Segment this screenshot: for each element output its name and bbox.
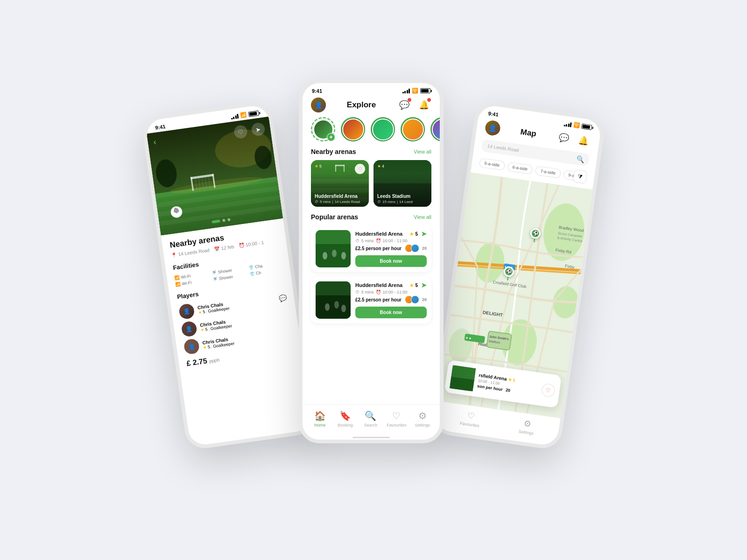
participant-avatar	[411, 295, 419, 304]
shirt-icon: 👕	[248, 265, 254, 270]
star-icon: ★ 5	[508, 377, 516, 383]
time-right: 9:41	[488, 110, 499, 117]
add-story-icon: +	[327, 133, 335, 141]
clock-icon: ⏰	[238, 243, 244, 249]
settings-icon-map: ⚙	[523, 418, 532, 429]
popular-card-content-1: Huddersfield Arena ★ 5 ➤ ⏱ 5 mins ⏰ 10:0…	[355, 230, 427, 267]
explore-title: Explore	[347, 100, 376, 110]
star-icon: ★	[198, 309, 202, 315]
popup-favourite-button[interactable]: ♡	[541, 383, 556, 398]
shirt-icon-2: 👕	[249, 271, 254, 276]
explore-header: 👤 Explore 💬 🔔	[303, 96, 440, 117]
map-pin-1[interactable]: ⚽	[503, 266, 515, 281]
popup-arena-info: rsfield Arena ★ 5 10:00 - 11:00 son per …	[477, 372, 539, 397]
book-now-button-2[interactable]: Book now	[355, 307, 427, 318]
player-info: Chris Chals ★ 5 | Goalkeeper	[202, 336, 235, 350]
map-title: Map	[520, 127, 536, 139]
favorite-icon[interactable]: ♡	[355, 164, 365, 174]
participants: 20	[405, 244, 427, 252]
chip-6aside[interactable]: 6-a-side	[507, 162, 533, 175]
nearby-cards: ♡ Huddersfield Arena ⏱ 5 mins | 14 Leeds…	[303, 160, 440, 213]
distance-icon: ⏱	[315, 200, 318, 204]
user-avatar[interactable]: 👤	[311, 98, 326, 112]
chat-badge	[407, 98, 412, 102]
home-indicator	[303, 437, 440, 440]
home-icon: 🏠	[314, 410, 326, 421]
story-item[interactable]	[401, 117, 425, 141]
bottom-nav: 🏠 Home 🔖 Booking 🔍 Search ♡ Favourites ⚙…	[303, 404, 440, 437]
wifi-icon-2: 📶	[175, 282, 181, 287]
nav-settings[interactable]: ⚙ Settings	[413, 410, 432, 427]
map-pin-2[interactable]: ⚽	[529, 228, 542, 243]
arena-info-1: Huddersfield Arena ⏱ 5 mins | 14 Leeds R…	[315, 194, 365, 204]
status-bar-center: 9:41 🛜	[303, 83, 440, 96]
arena-card-1[interactable]: ♡ Huddersfield Arena ⏱ 5 mins | 14 Leeds…	[311, 160, 369, 207]
story-item[interactable]	[341, 117, 365, 141]
settings-icon: ⚙	[418, 410, 427, 421]
notification-badge	[427, 98, 431, 102]
notification-button-map[interactable]: 🔔	[575, 133, 592, 149]
location-icon: 📍	[171, 252, 177, 258]
story-add[interactable]: +	[311, 117, 335, 141]
search-icon-map: 🔍	[576, 155, 585, 163]
map-nav-settings[interactable]: ⚙ Settings	[518, 418, 536, 436]
distance-icon: ⏱	[355, 290, 359, 294]
chip-5aside[interactable]: 5-a-side	[479, 158, 505, 170]
time-meta: ⏰ 10:00 - 1	[238, 240, 264, 248]
navigate-icon: ➤	[421, 230, 427, 238]
user-avatar-map[interactable]: 👤	[484, 119, 501, 136]
view-all-nearby[interactable]: View all	[414, 149, 431, 154]
chat-button-map[interactable]: 💬	[556, 130, 572, 147]
nearby-section-title: Nearby arenas	[311, 148, 356, 155]
arena-thumbnail-2	[316, 281, 351, 319]
nav-favourites[interactable]: ♡ Favourites	[387, 410, 406, 427]
svg-text:● ●: ● ●	[465, 336, 472, 341]
chip-9aside[interactable]: 9-a-side	[563, 169, 574, 182]
chip-7aside[interactable]: 7-a-side	[535, 166, 561, 178]
notification-button[interactable]: 🔔	[416, 98, 431, 112]
star-icon: ★	[409, 231, 414, 237]
search-icon: 🔍	[365, 410, 376, 421]
scene: 9:41 📶	[163, 70, 584, 490]
player-info: Chris Chals ★ 5 | Goalkeeper	[199, 318, 232, 332]
popular-card-1[interactable]: Huddersfield Arena ★ 5 ➤ ⏱ 5 mins ⏰ 10:0…	[311, 225, 431, 272]
chat-button[interactable]: 💬	[397, 98, 412, 112]
svg-point-32	[332, 250, 337, 257]
player-info: Chris Chals ★ 5 | Goalkeeper	[197, 301, 230, 315]
map-header-actions: 💬 🔔	[556, 130, 592, 149]
nav-home[interactable]: 🏠 Home	[310, 410, 329, 427]
favourites-icon-map: ♡	[466, 410, 475, 421]
arena-card-2[interactable]: Leeds Stadium ⏱ 15 mins | 14 Leed ★ 4	[374, 160, 431, 207]
story-item[interactable]	[371, 117, 395, 141]
arena-thumbnail-1	[316, 230, 351, 267]
arena-pin-2: ⚽	[530, 228, 542, 239]
star-icon: ★	[315, 164, 318, 168]
book-now-button-1[interactable]: Book now	[355, 255, 427, 267]
left-phone-content: Nearby arenas 📍 14 Leeds Road 📅 12 feb ⏰…	[161, 218, 313, 447]
filter-button[interactable]: ⧩	[573, 169, 588, 184]
map-area[interactable]: Bradley Wood Scout Campsite & Activity C…	[438, 173, 592, 418]
share-icon[interactable]: ➤	[251, 122, 266, 137]
nav-search[interactable]: 🔍 Search	[361, 410, 380, 427]
story-item[interactable]	[430, 117, 440, 141]
popular-card-2[interactable]: Huddersfield Arena ★ 5 ➤ ⏱ 5 mins ⏰ 10:0…	[311, 277, 431, 323]
participant-avatar	[411, 244, 419, 252]
map-nav-favourites[interactable]: ♡ Favourites	[459, 409, 481, 428]
svg-point-31	[323, 252, 327, 259]
popular-section-title: Popular arenas	[311, 213, 358, 221]
shower-icon: 🚿	[211, 270, 217, 275]
distance-icon: ⏱	[355, 238, 359, 243]
phone-left: 9:41 📶	[141, 100, 317, 451]
svg-point-36	[325, 303, 330, 311]
nav-booking[interactable]: 🔖 Booking	[336, 410, 355, 427]
view-all-popular[interactable]: View all	[414, 214, 431, 220]
heart-icon[interactable]: ♡	[233, 125, 248, 140]
distance-icon: ⏱	[377, 200, 381, 204]
rating-badge: ★ 4	[377, 164, 384, 168]
arena-info-2: Leeds Stadium ⏱ 15 mins | 14 Leed	[377, 194, 428, 204]
svg-point-38	[341, 305, 346, 312]
arena-pin: ⚽	[503, 266, 515, 277]
participants: 20	[405, 295, 427, 304]
message-icon[interactable]: 💬	[278, 294, 287, 302]
star-icon: ★	[200, 327, 204, 332]
